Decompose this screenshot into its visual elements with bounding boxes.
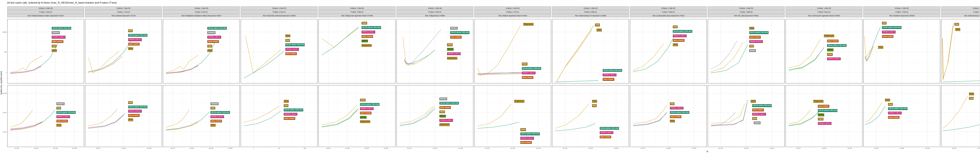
series-line-head [404, 50, 435, 64]
series-label: base=master [210, 120, 222, 122]
series-label: Fast [882, 22, 887, 24]
series-label: HEAD=atime-7401-sha [128, 106, 148, 108]
facet-strip-nfactor: N.factor: 1.00e+00 [241, 6, 318, 10]
x-tick-label: 10 [278, 147, 280, 149]
x-tick-label: 1e+05 [364, 147, 369, 149]
x-tick-label: 1e+02 [95, 147, 100, 149]
panel-seconds: PR7401HEAD=atime-7401-shabase=masterFixe… [396, 85, 473, 147]
facet-strip-nfactor: N.factor: 1.00e+00 [708, 6, 784, 10]
facet-2: N.factor: 1.00e+00P.value: 1.72e-01Test:… [85, 6, 162, 157]
seconds-plot [85, 85, 162, 147]
facet-grid: N.factor: 1.00e+00P.value: 1.62e-01Test:… [7, 6, 980, 157]
series-label: base=master [56, 120, 68, 122]
x-tick-label: 1e+06 [458, 147, 463, 149]
series-line-head [789, 111, 819, 126]
seconds-plot [630, 85, 706, 147]
series-label: Slow [56, 124, 62, 127]
panel-seconds: SlowFastHEAD=atime-7401-shaCRAN=1.18.2.1… [863, 85, 940, 147]
facet-strip-pvalue: P.value: 2.01e-01 [163, 10, 240, 14]
series-label: HEAD=atime-7401-sha [285, 43, 305, 46]
series-line-gold [557, 29, 592, 81]
series-line-gold [244, 106, 279, 122]
kilobytes-plot [630, 19, 706, 83]
facet-6: N.factor: 1.00e+00P.value: 3.20e-01Test:… [396, 6, 473, 157]
x-tick-row: 1e+031e+041e+051e+06 [318, 147, 395, 150]
series-label: base=master [450, 36, 461, 38]
series-label: base=master [207, 40, 219, 43]
series-label: Slow [673, 43, 678, 46]
series-label: Fast [592, 104, 597, 107]
series-label: HEAD=atime-7401-sha [450, 31, 469, 34]
facet-strip-test: Test: DT[by] fixed in #4558 [396, 14, 473, 17]
series-label: Fast [955, 23, 959, 26]
series-label: HEAD=atime-7401-sha [520, 133, 540, 135]
series-label: CRAN=1.18.2.1 [522, 72, 536, 74]
x-tick-row: 1e+031e+061e+09 [863, 147, 940, 150]
kilobytes-plot [786, 19, 862, 83]
series-label: CRAN=1.18.2.1 [284, 113, 298, 115]
x-tick-label: 1e+06 [977, 147, 980, 149]
facet-13: N.factor: 1.00e+00P.value: 7.18e-01Test:… [941, 6, 980, 157]
facet-strip-pvalue: P.value: 4.99e-01 [708, 10, 784, 14]
series-label: CRAN=1.18.2.1 [52, 36, 65, 38]
x-tick-label: 1e+06 [147, 147, 151, 149]
panel-seconds: SlowFastHEAD=atime-7401-shaCRAN=1.18.2.1… [941, 85, 980, 147]
series-label: base=master [827, 40, 838, 42]
y-tick-label: 10000 [2, 31, 7, 33]
series-line-gold [711, 104, 745, 123]
x-tick-label: 1e+09 [614, 147, 618, 149]
x-tick-label: 1e+08 [72, 147, 76, 149]
series-line-head [322, 27, 358, 55]
x-tick-row: 1e+031e+061e+09 [630, 147, 707, 150]
series-label: Fast [207, 45, 212, 47]
series-label: Slow [210, 124, 216, 127]
series-label: Fast [888, 103, 893, 106]
facet-9: N.factor: 1.00e+00P.value: 4.84e-01Test:… [630, 6, 707, 157]
series-line-gold [477, 26, 520, 75]
series-label: HEAD=atime-7401-sha [752, 104, 772, 107]
series-label: base=master [520, 141, 532, 144]
panel-seconds: FastHEAD=atime-7401-shaCRAN=1.18.2.1base… [85, 85, 162, 147]
series-line-head [633, 112, 667, 126]
series-label: Slow [878, 46, 883, 49]
kilobytes-plot [708, 19, 784, 83]
series-line-gray [711, 41, 737, 69]
series-line-head [555, 81, 598, 82]
series-label: HEAD=atime-7401-sha [673, 30, 692, 32]
series-line-gold [789, 110, 810, 123]
x-tick-row: 1e+021e+041e+06 [786, 147, 862, 150]
series-line-gold [633, 43, 663, 70]
series-label: PR7401 [439, 98, 447, 100]
panel-seconds: SlowFastHEAD=atime-7401-shaCRAN=1.18.2.1… [552, 85, 629, 147]
panel-kilobytes: FastHEAD=atime-7401-shaCRAN=1.18.2.1base… [630, 19, 707, 83]
y-tick-label: 1 [6, 72, 7, 74]
x-axis-title: N [7, 150, 980, 153]
panel-kilobytes: SlowFastHEAD=atime-7401-shaCRAN=1.18.2.1… [241, 19, 318, 83]
series-label: CRAN=1.18.2.1 [818, 122, 831, 125]
series-label: Regression [514, 100, 525, 103]
y-axis-gutter: median line, quartiles band 1000010011e+… [0, 6, 7, 157]
series-label: base=master [818, 105, 829, 107]
facet-strip-nfactor: N.factor: 1.00e+00 [85, 6, 162, 10]
facet-strip-nfactor: N.factor: 1.00e+00 [318, 6, 395, 10]
series-line-head [711, 45, 748, 73]
series-label: base=master [360, 112, 371, 114]
series-line-gold [246, 36, 281, 73]
series-label: CRAN=1.18.2.1 [882, 31, 896, 34]
kilobytes-plot [163, 19, 240, 83]
series-label: Fixed [520, 128, 526, 131]
series-line-cran [633, 114, 666, 125]
x-tick-label: 1e+09 [536, 147, 540, 149]
kilobytes-plot [474, 19, 551, 83]
series-line-head [399, 109, 435, 126]
series-line-gold [403, 37, 433, 65]
facet-strip-nfactor: N.factor: 1.00e+00 [630, 6, 707, 10]
x-tick-label: 1e+03 [563, 147, 567, 149]
y-tick-label: 1e+00 [2, 92, 7, 94]
x-tick-row: 1e+031e+061e+09 [708, 147, 784, 150]
facet-strip-nfactor: N.factor: 1.00e+00 [7, 6, 84, 10]
series-label: Before [818, 114, 824, 116]
facet-strip-test: Test: forderv(retGrp=T) improved in #438… [941, 14, 980, 17]
facet-strip-nfactor: N.factor: 1.00e+00 [786, 6, 862, 10]
facet-strip-pvalue: P.value: 4.66e-01 [552, 10, 629, 14]
